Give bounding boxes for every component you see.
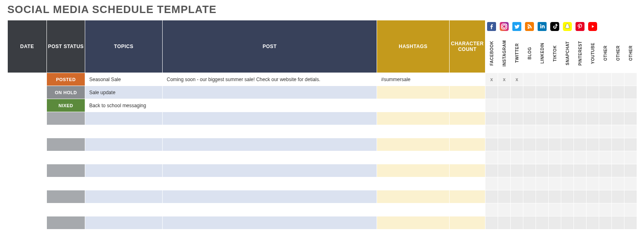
cell-platform[interactable] xyxy=(498,99,511,112)
cell-platform[interactable] xyxy=(511,99,523,112)
cell-platform[interactable] xyxy=(498,164,511,177)
cell-platform[interactable] xyxy=(599,86,612,99)
cell-platform[interactable] xyxy=(624,138,637,151)
cell-date[interactable] xyxy=(8,138,47,151)
cell-hashtags[interactable] xyxy=(377,151,450,164)
cell-platform[interactable] xyxy=(549,203,561,216)
cell-platform[interactable] xyxy=(536,151,549,164)
cell-platform[interactable] xyxy=(624,177,637,190)
cell-platform[interactable] xyxy=(599,216,612,230)
cell-char-count[interactable] xyxy=(450,177,485,190)
cell-platform[interactable] xyxy=(485,151,498,164)
cell-platform[interactable] xyxy=(574,99,587,112)
cell-topics[interactable]: Back to school messaging xyxy=(85,99,163,112)
cell-platform[interactable] xyxy=(587,190,599,203)
cell-topics[interactable] xyxy=(85,177,163,190)
cell-platform[interactable] xyxy=(549,125,561,138)
cell-date[interactable] xyxy=(8,203,47,216)
cell-post[interactable] xyxy=(163,125,377,138)
cell-platform[interactable] xyxy=(549,112,561,125)
cell-platform[interactable] xyxy=(587,151,599,164)
cell-platform[interactable] xyxy=(599,138,612,151)
cell-platform[interactable] xyxy=(511,164,523,177)
cell-hashtags[interactable] xyxy=(377,203,450,216)
cell-platform[interactable] xyxy=(612,216,624,230)
cell-char-count[interactable] xyxy=(450,99,485,112)
cell-platform[interactable] xyxy=(574,164,587,177)
cell-platform[interactable] xyxy=(536,125,549,138)
cell-platform[interactable] xyxy=(612,112,624,125)
cell-topics[interactable] xyxy=(85,164,163,177)
cell-platform[interactable] xyxy=(536,86,549,99)
cell-platform[interactable] xyxy=(549,151,561,164)
cell-platform[interactable] xyxy=(498,138,511,151)
cell-platform[interactable] xyxy=(587,177,599,190)
cell-topics[interactable] xyxy=(85,138,163,151)
cell-post[interactable] xyxy=(163,138,377,151)
cell-platform[interactable] xyxy=(587,138,599,151)
cell-topics[interactable] xyxy=(85,216,163,230)
cell-platform[interactable] xyxy=(536,216,549,230)
cell-date[interactable] xyxy=(8,177,47,190)
cell-platform[interactable] xyxy=(612,125,624,138)
cell-post[interactable]: Coming soon - our biggest summer sale! C… xyxy=(163,73,377,86)
cell-platform[interactable] xyxy=(498,112,511,125)
cell-platform[interactable] xyxy=(612,190,624,203)
cell-topics[interactable]: Sale update xyxy=(85,86,163,99)
cell-platform[interactable] xyxy=(624,86,637,99)
cell-status[interactable] xyxy=(47,177,85,190)
cell-platform[interactable] xyxy=(536,73,549,86)
cell-platform[interactable] xyxy=(536,138,549,151)
cell-platform[interactable] xyxy=(587,73,599,86)
cell-date[interactable] xyxy=(8,190,47,203)
cell-platform[interactable] xyxy=(561,86,574,99)
cell-platform[interactable] xyxy=(536,177,549,190)
cell-platform[interactable] xyxy=(574,177,587,190)
cell-platform[interactable] xyxy=(574,125,587,138)
cell-platform[interactable] xyxy=(511,138,523,151)
cell-status[interactable] xyxy=(47,151,85,164)
cell-char-count[interactable] xyxy=(450,151,485,164)
cell-hashtags[interactable] xyxy=(377,216,450,230)
cell-platform[interactable] xyxy=(599,112,612,125)
cell-platform[interactable] xyxy=(549,216,561,230)
cell-topics[interactable] xyxy=(85,203,163,216)
cell-platform[interactable] xyxy=(612,151,624,164)
cell-platform[interactable] xyxy=(587,125,599,138)
cell-platform[interactable] xyxy=(511,86,523,99)
cell-platform[interactable] xyxy=(587,99,599,112)
cell-char-count[interactable] xyxy=(450,164,485,177)
cell-platform[interactable] xyxy=(561,125,574,138)
cell-platform[interactable] xyxy=(599,125,612,138)
cell-platform[interactable] xyxy=(523,203,536,216)
cell-post[interactable] xyxy=(163,86,377,99)
cell-platform[interactable] xyxy=(587,216,599,230)
cell-topics[interactable]: Seasonal Sale xyxy=(85,73,163,86)
cell-hashtags[interactable] xyxy=(377,99,450,112)
cell-post[interactable] xyxy=(163,99,377,112)
cell-platform[interactable] xyxy=(561,138,574,151)
cell-platform[interactable] xyxy=(549,138,561,151)
cell-platform[interactable] xyxy=(549,177,561,190)
cell-platform[interactable] xyxy=(587,164,599,177)
cell-platform[interactable] xyxy=(523,112,536,125)
cell-platform[interactable] xyxy=(536,99,549,112)
cell-platform[interactable] xyxy=(587,112,599,125)
cell-platform[interactable] xyxy=(624,112,637,125)
cell-platform[interactable]: x xyxy=(511,73,523,86)
cell-platform[interactable] xyxy=(587,86,599,99)
cell-date[interactable] xyxy=(8,164,47,177)
cell-hashtags[interactable] xyxy=(377,112,450,125)
cell-char-count[interactable] xyxy=(450,73,485,86)
cell-platform[interactable] xyxy=(511,112,523,125)
cell-platform[interactable] xyxy=(612,73,624,86)
cell-topics[interactable] xyxy=(85,112,163,125)
cell-date[interactable] xyxy=(8,73,47,86)
cell-char-count[interactable] xyxy=(450,125,485,138)
cell-date[interactable] xyxy=(8,86,47,99)
cell-platform[interactable] xyxy=(549,99,561,112)
cell-status[interactable]: NIXED xyxy=(47,99,85,112)
cell-platform[interactable] xyxy=(624,216,637,230)
cell-date[interactable] xyxy=(8,125,47,138)
cell-hashtags[interactable] xyxy=(377,177,450,190)
